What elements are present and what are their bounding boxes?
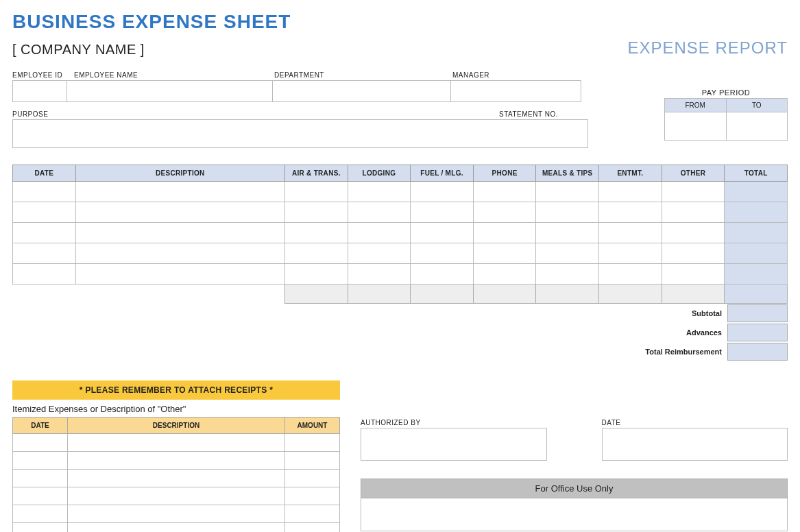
manager-label: MANAGER: [451, 71, 581, 79]
itemized-table: DATE DESCRIPTION AMOUNT: [12, 417, 340, 532]
auth-date-label: DATE: [602, 419, 788, 426]
th-total: TOTAL: [725, 165, 788, 182]
employee-name-input[interactable]: [67, 80, 273, 102]
pay-period-to-input[interactable]: [727, 112, 788, 140]
th-description: DESCRIPTION: [75, 165, 284, 182]
it-th-date: DATE: [13, 418, 68, 434]
pay-period-from-header: FROM: [665, 99, 727, 112]
auth-date-input[interactable]: [602, 428, 788, 461]
table-row[interactable]: [13, 182, 788, 202]
reimbursement-label: Total Reimbursement: [645, 348, 727, 356]
expense-report-label: EXPENSE REPORT: [627, 38, 788, 58]
expense-table: DATE DESCRIPTION AIR & TRANS. LODGING FU…: [12, 165, 788, 304]
table-row[interactable]: [13, 202, 788, 223]
th-entmt: ENTMT.: [599, 165, 662, 182]
advances-label: Advances: [686, 328, 727, 337]
th-meals: MEALS & TIPS: [536, 165, 599, 182]
sheet-title: BUSINESS EXPENSE SHEET: [12, 11, 788, 33]
manager-input[interactable]: [451, 80, 581, 102]
authorized-by-input[interactable]: [361, 428, 547, 461]
list-item[interactable]: [13, 470, 340, 487]
statement-no-label: STATEMENT NO.: [499, 110, 588, 118]
th-lodging: LODGING: [348, 165, 411, 182]
sum-row: [13, 285, 788, 304]
office-use-header: For Office Use Only: [361, 479, 788, 498]
th-phone: PHONE: [473, 165, 536, 182]
authorized-by-label: AUTHORIZED BY: [361, 419, 547, 426]
list-item[interactable]: [13, 523, 340, 533]
employee-id-label: EMPLOYEE ID: [12, 71, 67, 79]
subtotal-value: [727, 304, 788, 322]
it-th-desc: DESCRIPTION: [68, 418, 285, 434]
pay-period-to-header: TO: [727, 99, 788, 112]
employee-id-input[interactable]: [12, 80, 67, 102]
itemized-title: Itemized Expenses or Description of "Oth…: [12, 404, 340, 414]
table-row[interactable]: [13, 243, 788, 264]
th-fuel: FUEL / MLG.: [411, 165, 474, 182]
company-name-placeholder: [ COMPANY NAME ]: [12, 42, 145, 58]
receipts-reminder: * PLEASE REMEMBER TO ATTACH RECEIPTS *: [12, 380, 340, 400]
pay-period-title: PAY PERIOD: [664, 88, 788, 97]
table-row[interactable]: [13, 264, 788, 285]
it-th-amount: AMOUNT: [285, 418, 340, 434]
th-other: OTHER: [662, 165, 725, 182]
department-input[interactable]: [273, 80, 451, 102]
purpose-label: PURPOSE: [12, 110, 499, 118]
purpose-input[interactable]: [12, 119, 588, 148]
list-item[interactable]: [13, 487, 340, 505]
employee-name-label: EMPLOYEE NAME: [67, 71, 273, 79]
department-label: DEPARTMENT: [273, 71, 451, 79]
list-item[interactable]: [13, 434, 340, 452]
reimbursement-value: [727, 343, 788, 361]
office-use-input[interactable]: [361, 498, 788, 531]
subtotal-label: Subtotal: [692, 309, 727, 317]
list-item[interactable]: [13, 452, 340, 470]
table-row[interactable]: [13, 223, 788, 243]
advances-value[interactable]: [727, 324, 788, 341]
list-item[interactable]: [13, 505, 340, 523]
pay-period-from-input[interactable]: [665, 112, 727, 140]
th-date: DATE: [13, 165, 76, 182]
th-air: AIR & TRANS.: [285, 165, 348, 182]
